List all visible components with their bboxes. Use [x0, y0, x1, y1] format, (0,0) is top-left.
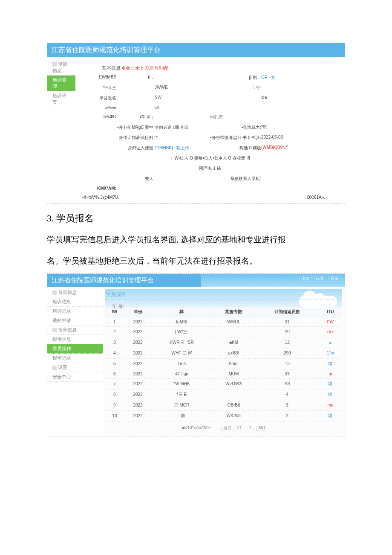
- sb2-g0-i0[interactable]: 培训信息: [47, 297, 103, 307]
- pager-info: 页次：1/1: [221, 425, 244, 430]
- op-link[interactable]: 堪: [319, 358, 342, 369]
- val-gender[interactable]: OR · 女: [261, 75, 304, 81]
- top-tab-3[interactable]: 退出: [329, 276, 340, 282]
- val-e4: 电孔币: [210, 114, 261, 120]
- val-b3: JWWE: [155, 85, 210, 91]
- cell-e: 33: [256, 369, 318, 378]
- fld-d1: w%ea: [78, 105, 116, 110]
- cell-e: 4: [256, 389, 318, 400]
- screenshot-signup: 江苏省住院医师规范化培训管理平台 浏览 设置 退出 首页信息 培训信息 培训记录…: [47, 273, 345, 436]
- cell-c: 彐 MCR: [152, 400, 211, 410]
- table-row: 32022KWR 三 *SR■KM12ɑ: [105, 337, 342, 348]
- cell-n: 3: [105, 337, 124, 348]
- fld-a1: ΕWtMBS: [78, 75, 116, 81]
- sb2-g1-i0[interactable]: 报考信息: [47, 335, 103, 344]
- sb2-g2-i0[interactable]: 报考记录: [47, 354, 103, 363]
- sb2-active[interactable]: 学员操作: [47, 344, 103, 354]
- top-tab-2[interactable]: 设置: [314, 276, 326, 282]
- fld-c1: 孚县发名: [78, 95, 116, 101]
- sb2-g1[interactable]: 招录信息: [47, 325, 103, 335]
- cell-d: OBrBtt: [211, 400, 256, 410]
- paragraph-1: 学员填写完信息后进入学员报名界面, 选择对应的基地和专业进行报: [47, 231, 345, 249]
- cell-c: *三 E: [152, 389, 211, 400]
- sb2-g0[interactable]: 首页信息: [47, 288, 103, 297]
- op-link[interactable]: I"W: [319, 317, 342, 326]
- table-row: 82022*三 E4堪: [105, 389, 342, 400]
- fld-l1: KMX*AM:: [78, 186, 116, 191]
- top-tab-1[interactable]: 浏览: [300, 276, 311, 282]
- cell-c: KWR 三 *SR: [152, 337, 211, 348]
- cell-n: 6: [105, 369, 124, 378]
- form-section-title: | 基本信息 ⊗会△全卜力所 N6 纳!: [99, 65, 342, 71]
- section-heading: 3. 学员报名: [47, 212, 345, 225]
- fld-g2: . 外币 J 卽著试社例 I*:: [116, 135, 155, 141]
- cell-c: 1ma: [152, 358, 211, 369]
- cell-e: 31: [256, 317, 318, 326]
- radio-row[interactable]: 〉W-位人 O 委烩•位人•壮令人 O 在校受 Ifl: [78, 155, 342, 161]
- cell-e: 2: [256, 410, 318, 421]
- fld-a4: β 别：: [210, 75, 261, 81]
- cell-d: W>OM2i: [211, 378, 256, 389]
- fld-f4: •奂浓就力:: [210, 125, 261, 131]
- section-title: 学员报名: [105, 290, 342, 300]
- op-link[interactable]: ma: [319, 400, 342, 410]
- op-link[interactable]: 1"m: [319, 348, 342, 358]
- op-link[interactable]: m: [319, 369, 342, 378]
- form-panel: | 基本信息 ⊗会△全卜力所 N6 纳! ΕWtMBS 8： β 别： OR ·…: [75, 57, 345, 203]
- sidebar: 培训信息 培训管理 培训环节: [47, 57, 75, 203]
- sidebar-sub[interactable]: 培训环节: [47, 91, 75, 107]
- op-link[interactable]: 堪: [319, 389, 342, 400]
- cell-y: 2022: [124, 400, 152, 410]
- cell-n: 4: [105, 348, 124, 358]
- signup-table: IW 年份 样 某施专塑 计划信返员数 ITU 12022IgMStWMUt.3…: [105, 307, 342, 421]
- op-link[interactable]: 堪: [319, 410, 342, 421]
- cell-y: 2022: [124, 326, 152, 337]
- sidebar-cat[interactable]: 培训信息: [47, 60, 75, 76]
- footer-left: ■K10*»Aio*MH: [180, 425, 212, 430]
- cell-y: 2022: [124, 389, 152, 400]
- table-row: 72022*W MHKW>OM2iSS堪: [105, 378, 342, 389]
- fld-h2: · 身归证人使图:: [116, 145, 155, 151]
- cell-c: · 加: [152, 410, 211, 421]
- table-row: 520221maBmut13堪: [105, 358, 342, 369]
- sb2-g0-i2[interactable]: 通知申请: [47, 316, 103, 325]
- cell-e: SS: [256, 378, 318, 389]
- screenshot-basic-info: 江苏省住院医师规范化培训管理平台 培训信息 培训管理 培训环节 | 基本信息 ⊗…: [47, 43, 345, 203]
- cell-d: WMUt.: [211, 317, 256, 326]
- table-row: 102022· 加WKiA3I2堪: [105, 410, 342, 421]
- year-label: 年 份:: [105, 300, 342, 312]
- menu-icon: [52, 62, 57, 67]
- cell-d: a<B3t: [211, 348, 256, 358]
- pager-go[interactable]: MU: [257, 425, 268, 430]
- cell-e: 12: [256, 337, 318, 348]
- cell-y: 2022: [124, 337, 152, 348]
- cell-y: 2022: [124, 378, 152, 389]
- header-sky: 浏览 设置 退出: [201, 274, 345, 287]
- cell-e: 20: [256, 326, 318, 337]
- sb2-g3-i0[interactable]: 安全中心: [47, 372, 103, 382]
- cell-e: 3: [256, 400, 318, 410]
- op-link[interactable]: (Vɛ: [319, 326, 342, 337]
- gear-icon: [52, 366, 57, 370]
- fld-f2: •外 i 倍 MRgC 要中:: [116, 125, 155, 131]
- cell-n: 2: [105, 326, 124, 337]
- cell-c: | W*三·: [152, 326, 211, 337]
- cell-c: WHF 三 W: [152, 348, 211, 358]
- sidebar-item-active[interactable]: 培训管理: [47, 76, 75, 91]
- cell-e: 290: [256, 348, 318, 358]
- cell-d: [211, 326, 256, 337]
- pager-page[interactable]: 1: [247, 425, 254, 430]
- fld-b4: . "₄号:: [210, 85, 261, 91]
- cell-n: 10: [105, 410, 124, 421]
- cell-y: 2022: [124, 358, 152, 369]
- upload-link[interactable]: 11MHBK] · 轮上传: [155, 145, 210, 151]
- sb2-g3[interactable]: 设置: [47, 363, 103, 372]
- cell-c: 4F | gκ: [152, 369, 211, 378]
- fld-g4: •外告带眼考温 H 书 0 AQH：: [210, 135, 261, 141]
- op-link[interactable]: ɑ: [319, 337, 342, 348]
- op-link[interactable]: 堪: [319, 378, 342, 389]
- fld-m1: •ri»ttΛ*%.Jχç4M7U.: [82, 195, 119, 200]
- sb2-g0-i1[interactable]: 培训记录: [47, 307, 103, 316]
- cell-d: ■KM: [211, 337, 256, 348]
- cell-y: 2022: [124, 369, 152, 378]
